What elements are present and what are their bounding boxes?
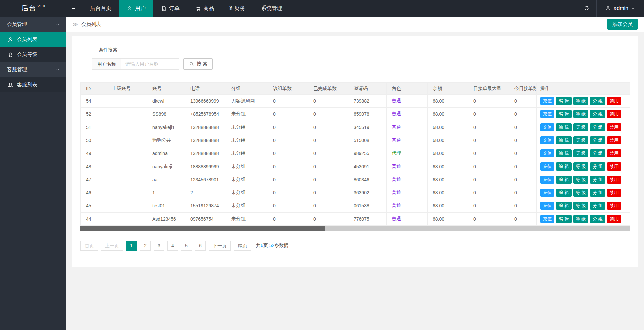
- cell-invite-code: 989255: [348, 147, 387, 160]
- cell-account: admina: [147, 147, 185, 160]
- action-group-button[interactable]: 分 组: [590, 149, 605, 157]
- nav-item-goods[interactable]: 商品: [187, 0, 222, 17]
- action-edit-button[interactable]: 编 辑: [556, 176, 572, 184]
- role-badge: 普通: [392, 137, 401, 143]
- action-disable-button[interactable]: 禁用: [607, 97, 621, 105]
- sidebar-item-service-list[interactable]: 客服列表: [0, 77, 66, 92]
- column-header: 邀请码: [348, 83, 387, 95]
- action-group-button[interactable]: 分 组: [590, 97, 605, 105]
- page-3-button[interactable]: 3: [154, 241, 164, 251]
- action-recharge-button[interactable]: 充值: [540, 123, 554, 131]
- action-edit-button[interactable]: 编 辑: [556, 110, 572, 118]
- action-recharge-button[interactable]: 充值: [540, 136, 554, 144]
- sidebar-group-service-mgmt[interactable]: 客服管理: [0, 62, 66, 77]
- action-group-button[interactable]: 分 组: [590, 176, 605, 184]
- action-disable-button[interactable]: 禁用: [607, 162, 621, 171]
- add-member-button[interactable]: 添加会员: [607, 19, 638, 30]
- search-icon: [189, 61, 194, 67]
- user-menu[interactable]: admin: [596, 0, 644, 17]
- action-level-button[interactable]: 等 级: [573, 110, 589, 118]
- action-disable-button[interactable]: 禁用: [607, 149, 621, 157]
- action-level-button[interactable]: 等 级: [573, 149, 589, 157]
- action-disable-button[interactable]: 禁用: [607, 136, 621, 144]
- action-recharge-button[interactable]: 充值: [540, 202, 554, 210]
- action-group-button[interactable]: 分 组: [590, 215, 605, 223]
- page-first-button[interactable]: 首页: [80, 241, 98, 251]
- page-last-button[interactable]: 尾页: [234, 241, 251, 251]
- cell-actions: 充值编 辑等 级分 组禁用: [537, 160, 630, 173]
- cell-parent-account: [107, 199, 147, 213]
- action-group-button[interactable]: 分 组: [590, 110, 605, 118]
- table-row: 50狗狗公共13288888888未分组00515008普通68.0000充值编…: [81, 134, 630, 147]
- nav-item-system[interactable]: 系统管理: [253, 0, 290, 17]
- chevron-down-icon: [55, 67, 60, 72]
- nav-item-finance[interactable]: ¥财务: [222, 0, 253, 17]
- action-group-button[interactable]: 分 组: [590, 123, 605, 131]
- sidebar-item-member-level[interactable]: 会员等级: [0, 47, 66, 62]
- page-5-button[interactable]: 5: [181, 241, 192, 251]
- cell-group: 未分组: [226, 147, 268, 160]
- page-2-button[interactable]: 2: [140, 241, 151, 251]
- action-group-button[interactable]: 分 组: [590, 189, 605, 197]
- action-disable-button[interactable]: 禁用: [607, 110, 621, 118]
- nav-item-orders[interactable]: 订单: [153, 0, 187, 17]
- action-disable-button[interactable]: 禁用: [607, 215, 621, 223]
- cell-completed-orders: 0: [308, 95, 348, 108]
- page-4-button[interactable]: 4: [167, 241, 178, 251]
- page-1-button[interactable]: 1: [126, 241, 137, 251]
- refresh-button[interactable]: [577, 0, 596, 17]
- cell-group-orders: 0: [268, 160, 308, 173]
- nav-item-home[interactable]: 后台首页: [82, 0, 119, 17]
- action-level-button[interactable]: 等 级: [573, 202, 589, 210]
- page-prev-button[interactable]: 上一页: [101, 241, 123, 251]
- action-level-button[interactable]: 等 级: [573, 136, 589, 144]
- action-edit-button[interactable]: 编 辑: [556, 215, 572, 223]
- action-recharge-button[interactable]: 充值: [540, 97, 554, 105]
- page-6-button[interactable]: 6: [195, 241, 206, 251]
- username-input[interactable]: [121, 58, 179, 70]
- action-group-button[interactable]: 分 组: [590, 162, 605, 171]
- cell-balance: 68.00: [428, 147, 468, 160]
- role-badge: 普通: [392, 124, 401, 130]
- chevron-up-icon: [631, 6, 635, 11]
- action-edit-button[interactable]: 编 辑: [556, 189, 572, 197]
- action-group-button[interactable]: 分 组: [590, 202, 605, 210]
- action-recharge-button[interactable]: 充值: [540, 110, 554, 118]
- action-recharge-button[interactable]: 充值: [540, 149, 554, 157]
- action-edit-button[interactable]: 编 辑: [556, 136, 572, 144]
- action-disable-button[interactable]: 禁用: [607, 189, 621, 197]
- action-level-button[interactable]: 等 级: [573, 162, 589, 171]
- sidebar-group-member-mgmt[interactable]: 会员管理: [0, 17, 66, 32]
- role-badge: 普通: [392, 111, 401, 116]
- cell-id: 46: [81, 186, 107, 199]
- cell-id: 50: [81, 134, 107, 147]
- horizontal-scrollbar[interactable]: [80, 226, 630, 231]
- action-recharge-button[interactable]: 充值: [540, 215, 554, 223]
- cell-phone: 13288888888: [185, 121, 226, 134]
- action-edit-button[interactable]: 编 辑: [556, 162, 572, 171]
- action-level-button[interactable]: 等 级: [573, 176, 589, 184]
- action-edit-button[interactable]: 编 辑: [556, 202, 572, 210]
- cell-completed-orders: 0: [308, 160, 348, 173]
- cell-actions: 充值编 辑等 级分 组禁用: [537, 134, 630, 147]
- scrollbar-thumb[interactable]: [80, 226, 325, 231]
- action-edit-button[interactable]: 编 辑: [556, 123, 572, 131]
- action-recharge-button[interactable]: 充值: [540, 176, 554, 184]
- action-disable-button[interactable]: 禁用: [607, 176, 621, 184]
- action-edit-button[interactable]: 编 辑: [556, 97, 572, 105]
- search-button[interactable]: 搜 索: [183, 58, 213, 70]
- action-recharge-button[interactable]: 充值: [540, 162, 554, 171]
- sidebar-toggle[interactable]: [66, 0, 82, 17]
- action-recharge-button[interactable]: 充值: [540, 189, 554, 197]
- page-next-button[interactable]: 下一页: [209, 241, 231, 251]
- nav-item-users[interactable]: 用户: [119, 0, 153, 17]
- action-disable-button[interactable]: 禁用: [607, 202, 621, 210]
- action-edit-button[interactable]: 编 辑: [556, 149, 572, 157]
- action-level-button[interactable]: 等 级: [573, 189, 589, 197]
- action-group-button[interactable]: 分 组: [590, 136, 605, 144]
- action-level-button[interactable]: 等 级: [573, 215, 589, 223]
- action-level-button[interactable]: 等 级: [573, 97, 589, 105]
- action-disable-button[interactable]: 禁用: [607, 123, 621, 131]
- action-level-button[interactable]: 等 级: [573, 123, 589, 131]
- sidebar-item-member-list[interactable]: 会员列表: [0, 32, 66, 47]
